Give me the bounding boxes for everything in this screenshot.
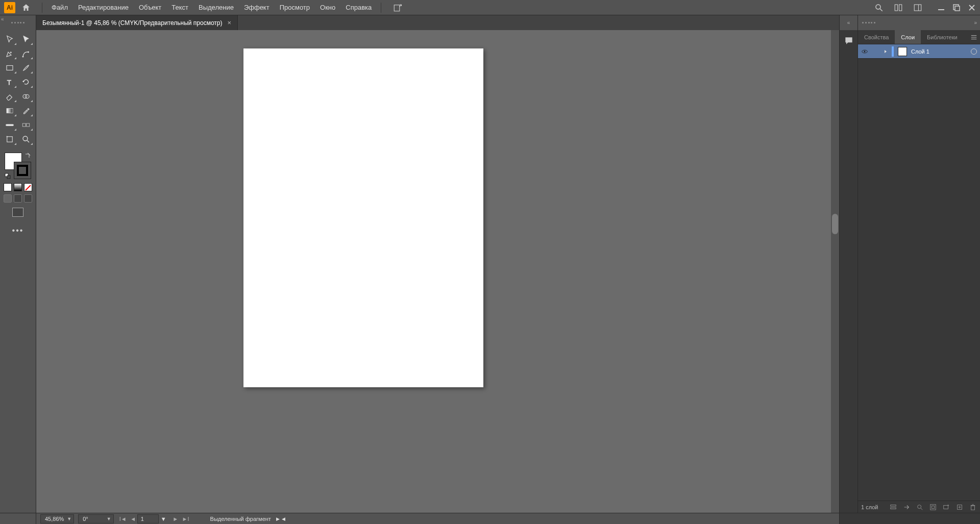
cloud-doc-icon[interactable] [393,3,403,13]
panel-tabs: Свойства Слои Библиотеки [858,30,980,44]
menu-object[interactable]: Объект [134,1,166,14]
status-collapse-icon[interactable]: ◀ [282,516,285,521]
layer-count-label: 1 слой [861,504,878,510]
svg-point-33 [864,51,866,52]
svg-rect-22 [7,137,13,142]
expand-layer-icon[interactable] [884,49,888,54]
panel-menu-icon[interactable] [968,30,980,44]
prev-artboard-icon[interactable]: ◄ [129,515,137,523]
eraser-tool[interactable] [3,90,17,103]
fill-stroke-swatches[interactable] [5,153,31,179]
menu-edit[interactable]: Редактирование [73,1,134,14]
paintbrush-tool[interactable] [19,62,33,74]
zoom-combo[interactable]: 45,86% ▼ [40,514,74,523]
first-artboard-icon[interactable]: I◄ [119,515,127,523]
eyedropper-tool[interactable] [19,105,33,117]
rectangle-tool[interactable] [3,62,17,74]
chevron-down-icon[interactable]: ▼ [67,516,71,521]
close-icon[interactable] [968,4,976,12]
tab-libraries[interactable]: Библиотеки [921,30,964,44]
tab-properties[interactable]: Свойства [858,30,895,44]
svg-rect-27 [5,173,8,177]
artboard-number-input[interactable]: 1 [137,514,159,523]
rotation-combo[interactable]: 0° ▼ [78,514,113,523]
zoom-tool[interactable] [19,133,33,145]
blend-tool[interactable] [19,119,33,131]
canvas[interactable] [36,30,839,513]
scrollbar-thumb[interactable] [832,214,838,234]
grip-icon[interactable] [11,22,24,24]
svg-point-12 [10,52,11,53]
swap-fill-stroke-icon[interactable] [24,153,31,160]
document-tab-row: « Безымянный-1 @ 45,86 % (CMYK/Предварит… [0,15,980,30]
new-layer-icon[interactable] [955,503,964,511]
color-gradient-icon[interactable] [14,183,22,191]
workspace-switcher-icon[interactable] [913,3,923,13]
visibility-icon[interactable] [861,48,868,55]
collapse-dock-icon[interactable]: « [847,20,850,26]
menu-effect[interactable]: Эффект [239,1,275,14]
layer-name[interactable]: Слой 1 [911,48,929,55]
status-menu-icon[interactable]: ▶ [276,516,280,521]
draw-inside-icon[interactable] [24,194,32,203]
delete-layer-icon[interactable] [969,503,977,511]
expand-panel-icon[interactable]: » [974,20,977,26]
menu-view[interactable]: Просмотр [275,1,315,14]
color-solid-icon[interactable] [4,183,12,191]
color-none-icon[interactable] [24,183,32,191]
svg-rect-0 [395,5,400,11]
artboard[interactable] [243,48,483,387]
type-tool[interactable]: T [3,76,17,88]
close-tab-icon[interactable]: × [227,19,231,27]
layer-collect-icon[interactable] [889,503,897,511]
next-artboard-icon[interactable]: ► [172,515,180,523]
curvature-tool[interactable] [19,47,33,60]
grip-icon[interactable] [862,22,875,24]
screen-mode-icon[interactable] [12,208,23,217]
selection-tool[interactable] [3,33,17,45]
edit-toolbar-icon[interactable]: ••• [12,226,24,235]
rotate-tool[interactable] [19,76,33,88]
width-tool[interactable] [3,119,17,131]
default-fill-stroke-icon[interactable] [5,173,11,179]
home-icon[interactable] [20,2,32,13]
maximize-icon[interactable] [952,4,961,12]
color-mode-row [4,183,32,191]
draw-behind-icon[interactable] [14,194,22,203]
last-artboard-icon[interactable]: ►I [182,515,190,523]
toolbox: T [0,30,36,513]
shape-builder-tool[interactable] [19,90,33,103]
menu-window[interactable]: Окно [315,1,340,14]
document-tab-title: Безымянный-1 @ 45,86 % (CMYK/Предварител… [42,19,222,27]
comments-panel-icon[interactable] [842,34,855,47]
layer-row[interactable]: Слой 1 [858,44,980,59]
menu-help[interactable]: Справка [340,1,377,14]
draw-normal-icon[interactable] [4,194,12,203]
release-to-layers-icon[interactable] [902,503,911,511]
clipping-mask-icon[interactable] [929,503,937,511]
locate-object-icon[interactable] [916,503,924,511]
minimize-icon[interactable] [937,4,945,12]
search-icon[interactable] [874,3,884,13]
tab-layers[interactable]: Слои [895,30,921,44]
arrange-docs-icon[interactable] [893,3,903,13]
new-sublayer-icon[interactable] [942,503,950,511]
menu-select[interactable]: Выделение [193,1,239,14]
main-area: T [0,30,980,513]
chevron-down-icon[interactable]: ▼ [107,516,111,521]
gradient-tool[interactable] [3,105,17,117]
collapse-toolbox-icon[interactable]: « [1,16,4,22]
svg-point-18 [26,94,30,98]
chevron-down-icon[interactable]: ▼ [161,516,166,522]
stroke-swatch[interactable] [14,162,31,179]
svg-line-2 [880,9,883,11]
svg-line-37 [921,508,923,510]
pen-tool[interactable] [3,47,17,60]
direct-selection-tool[interactable] [19,33,33,45]
menu-file[interactable]: Файл [46,1,73,14]
document-tab[interactable]: Безымянный-1 @ 45,86 % (CMYK/Предварител… [36,15,238,30]
target-layer-icon[interactable] [971,48,977,55]
menu-text[interactable]: Текст [166,1,193,14]
artboard-tool[interactable] [3,133,17,145]
vertical-scrollbar[interactable] [831,30,839,513]
